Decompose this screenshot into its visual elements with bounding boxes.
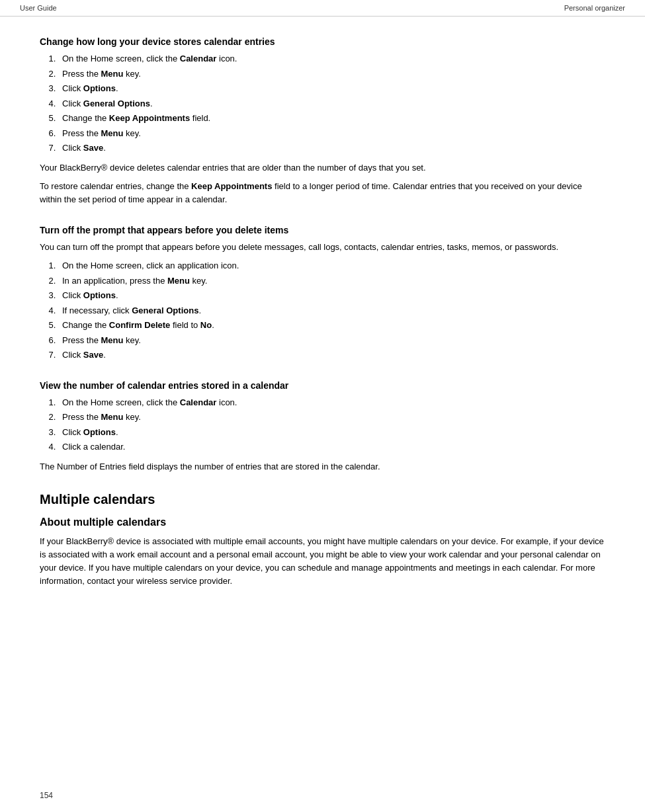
list-item: Click a calendar. (58, 440, 605, 454)
steps-list-turn-off-prompt: On the Home screen, click an application… (58, 259, 605, 362)
list-item: Click Options. (58, 426, 605, 439)
list-item: Press the Menu key. (58, 127, 605, 140)
list-item: Change the Confirm Delete field to No. (58, 319, 605, 332)
list-item: On the Home screen, click the Calendar i… (58, 396, 605, 409)
section-title-multiple-calendars: Multiple calendars (40, 492, 605, 507)
page-number: 154 (40, 791, 53, 800)
list-item: Change the Keep Appointments field. (58, 112, 605, 125)
note-view-number: The Number of Entries field displays the… (40, 460, 605, 473)
body-about-multiple-calendars: If your BlackBerry® device is associated… (40, 535, 605, 589)
subsection-about-multiple-calendars: About multiple calendars If your BlackBe… (40, 516, 605, 589)
list-item: On the Home screen, click an application… (58, 259, 605, 272)
list-item: If necessary, click General Options. (58, 304, 605, 317)
subsection-title-about-multiple-calendars: About multiple calendars (40, 516, 605, 528)
list-item: Click Save. (58, 348, 605, 362)
list-item: Click Options. (58, 82, 605, 95)
section-title-change-how-long: Change how long your device stores calen… (40, 36, 605, 47)
intro-turn-off-prompt: You can turn off the prompt that appears… (40, 241, 605, 254)
steps-list-change-how-long: On the Home screen, click the Calendar i… (58, 52, 605, 155)
section-turn-off-prompt: Turn off the prompt that appears before … (40, 225, 605, 362)
list-item: Click Save. (58, 142, 605, 155)
section-multiple-calendars: Multiple calendars About multiple calend… (40, 492, 605, 589)
list-item: Press the Menu key. (58, 67, 605, 81)
page-footer: 154 (40, 791, 53, 800)
section-title-view-number: View the number of calendar entries stor… (40, 380, 605, 391)
section-view-number: View the number of calendar entries stor… (40, 380, 605, 473)
list-item: Click General Options. (58, 97, 605, 110)
header-right: Personal organizer (564, 4, 625, 12)
section-change-how-long: Change how long your device stores calen… (40, 36, 605, 206)
section-title-turn-off-prompt: Turn off the prompt that appears before … (40, 225, 605, 235)
note-change-how-long-2: To restore calendar entries, change the … (40, 180, 605, 206)
note-change-how-long-1: Your BlackBerry® device deletes calendar… (40, 161, 605, 175)
list-item: Press the Menu key. (58, 334, 605, 347)
steps-list-view-number: On the Home screen, click the Calendar i… (58, 396, 605, 454)
list-item: Press the Menu key. (58, 411, 605, 424)
list-item: On the Home screen, click the Calendar i… (58, 52, 605, 65)
header-left: User Guide (20, 4, 57, 12)
list-item: Click Options. (58, 289, 605, 302)
list-item: In an application, press the Menu key. (58, 274, 605, 288)
